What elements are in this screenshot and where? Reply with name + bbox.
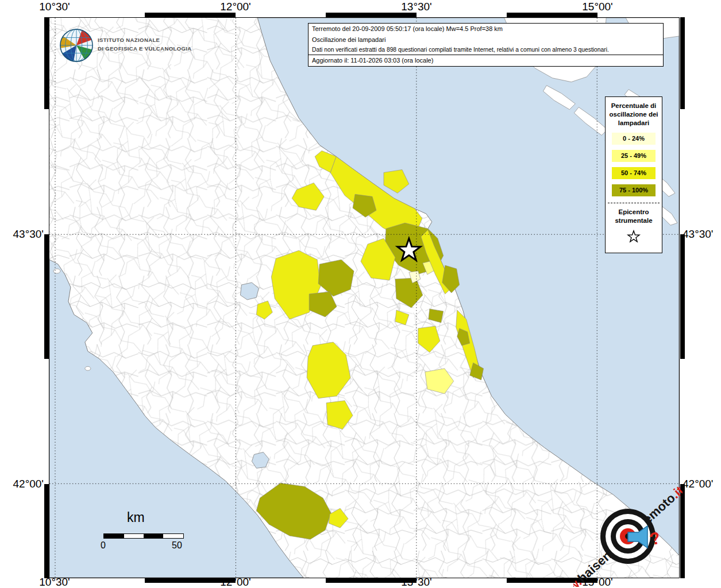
legend: Percentuale di oscillazione dei lampadar… [605,96,662,253]
coord-label-left-2: 42°00' [2,478,44,490]
coord-label-top-1: 10°30' [39,1,70,13]
legend-star-icon [625,229,642,245]
scalebar-max: 50 [172,540,182,551]
ingv-name-line1: ISTITUTO NAZIONALE [98,36,192,45]
scalebar-unit: km [127,510,145,525]
earthquake-info-box: Terremoto del 20-09-2009 05:50:17 (ora l… [308,23,664,67]
legend-class-25-49: 25 - 49% [612,150,656,162]
coord-label-top-2: 12°00' [220,1,251,13]
info-updated-line: Aggiornato il: 11-01-2026 03:03 (ora loc… [309,55,663,66]
info-event-line: Terremoto del 20-09-2009 05:50:17 (ora l… [309,24,663,34]
legend-title: Percentuale di oscillazione dei lampadar… [606,102,662,127]
info-question-line: Oscillazione dei lampadari [309,34,663,45]
coord-label-left-1: 43°30' [2,228,44,241]
info-data-line: Dati non verificati estratti da 898 ques… [309,45,663,55]
coord-label-top-3: 13°30' [401,1,432,13]
scalebar-min: 0 [101,540,106,551]
ingv-name: ISTITUTO NAZIONALE DI GEOFISICA E VULCAN… [98,36,192,53]
frame-ticks-top [49,13,680,17]
legend-class-75-100: 75 - 100% [612,184,656,196]
legend-divider [608,203,660,203]
coord-label-top-4: 15°00' [582,1,613,13]
haisentitoilterremoto-logo: www.haisentitoilterremoto.it ? [573,483,683,587]
coord-label-right-2: 42°00' [683,478,714,490]
ingv-logo [59,28,94,63]
coord-label-bottom-3: 13°30' [401,576,432,588]
macroseismic-map-page: 10°30' 12°00' 13°30' 15°00' 10°30' 12°00… [0,0,721,588]
legend-class-0-24: 0 - 24% [612,133,656,145]
coord-label-bottom-1: 10°30' [39,576,70,588]
legend-class-50-74: 50 - 74% [612,167,656,179]
scalebar [103,533,184,539]
tyrrhenian-island [85,366,91,370]
tyrrhenian-island [53,269,60,273]
frame-ticks-left [44,17,49,578]
legend-epicenter-title: Epicentro strumentale [606,208,662,225]
coord-label-right-1: 43°30' [683,228,714,241]
ingv-name-line2: DI GEOFISICA E VULCANOLOGIA [98,45,192,53]
coord-label-bottom-2: 12°00' [220,576,251,588]
